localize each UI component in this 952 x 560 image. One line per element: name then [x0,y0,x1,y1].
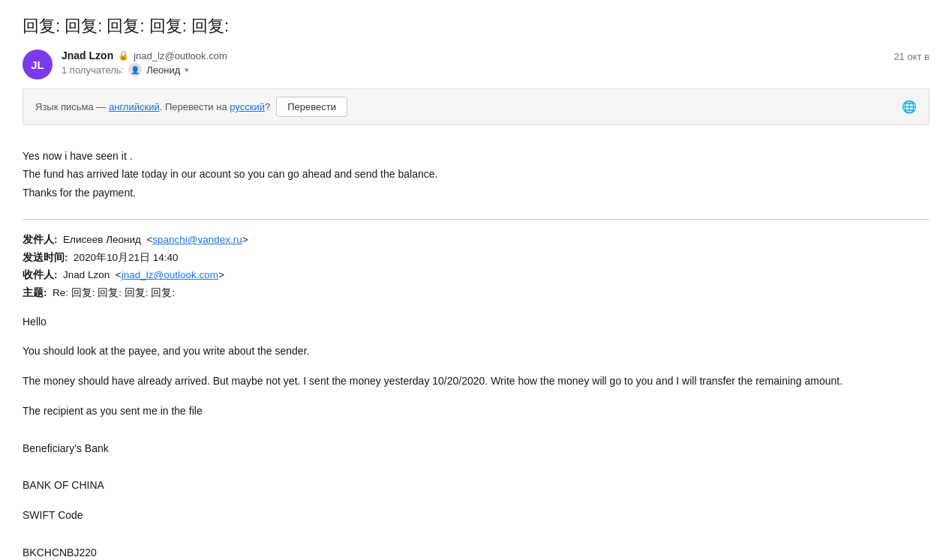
quoted-para4-line1: The recipient as you sent me in the file [23,403,929,421]
recipient-row: 1 получатель: 👤 Леонид ▾ [62,63,227,76]
quoted-para1: Hello [23,313,929,331]
translate-text-middle: . Перевести на [160,101,230,112]
quoted-subject-value: Re: 回复: 回复: 回复: 回复: [53,287,175,298]
quoted-date-value: 2020年10月21日 14:40 [74,252,179,263]
quoted-swift-value: BKCHCNBJ220 [23,544,929,560]
chevron-down-icon[interactable]: ▾ [185,65,189,75]
translate-bar-text: Язык письма — английский. Перевести на р… [35,101,270,112]
recipient-label: 1 получатель: [62,64,124,76]
body-line1: Yes now i have seen it . [23,148,929,164]
quoted-para4: The recipient as you sent me in the file… [23,403,929,495]
sender-info: Jnad Lzon 🔒 jnad_lz@outlook.com 1 получа… [62,49,227,76]
email-header: JL Jnad Lzon 🔒 jnad_lz@outlook.com 1 пол… [23,49,929,79]
translate-button[interactable]: Перевести [276,97,347,117]
email-body: Yes now i have seen it . The fund has ar… [23,140,929,560]
email-date: 21 окт в [893,51,929,62]
sender-name-row: Jnad Lzon 🔒 jnad_lz@outlook.com [62,49,227,61]
translate-text-after: ? [265,101,270,112]
quoted-to-name: Jnad Lzon [63,269,110,280]
quoted-from: 发件人: Елисеев Леонид <spanchi@yandex.ru> [23,232,929,248]
quoted-body: Hello You should look at the payee, and … [23,313,929,560]
quoted-para4-line3: BANK OF CHINA [23,477,929,495]
translate-service-icon: 🌐 [902,100,917,114]
quoted-to-label: 收件人: [23,269,58,280]
quoted-para4-line2: Beneficiary's Bank [23,440,929,458]
avatar: JL [23,49,53,79]
translate-text-before: Язык письма — [35,101,109,112]
quoted-para3: The money should have already arrived. B… [23,373,929,391]
quoted-para2: You should look at the payee, and you wr… [23,343,929,361]
quoted-date-label: 发送时间: [23,252,68,263]
lang-from-link[interactable]: английский [109,101,160,112]
quoted-swift-label: SWIFT Code [23,507,929,525]
email-header-left: JL Jnad Lzon 🔒 jnad_lz@outlook.com 1 пол… [23,49,227,79]
email-subject: 回复: 回复: 回复: 回复: 回复: [23,15,929,37]
quoted-from-email[interactable]: spanchi@yandex.ru [152,234,242,245]
email-container: 回复: 回复: 回复: 回复: 回复: JL Jnad Lzon 🔒 jnad_… [0,0,952,560]
quoted-para5: SWIFT Code BKCHCNBJ220 [23,507,929,560]
sender-name: Jnad Lzon [62,49,113,61]
sender-email[interactable]: jnad_lz@outlook.com [134,50,227,61]
quoted-to-email[interactable]: jnad_lz@outlook.com [122,269,218,280]
body-line3: Thanks for the payment. [23,184,929,201]
lang-to-link[interactable]: русский [230,101,265,112]
body-line2: The fund has arrived late today in our a… [23,166,929,182]
recipient-avatar-icon: 👤 [128,63,142,76]
translate-bar: Язык письма — английский. Перевести на р… [23,88,929,125]
quoted-date: 发送时间: 2020年10月21日 14:40 [23,250,929,266]
quoted-divider [23,219,929,220]
quoted-to: 收件人: Jnad Lzon <jnad_lz@outlook.com> [23,267,929,283]
quoted-subject: 主题: Re: 回复: 回复: 回复: 回复: [23,285,929,301]
quoted-from-label: 发件人: [23,234,58,245]
recipient-name: Леонид [146,64,180,76]
quoted-from-name: Елисеев Леонид [63,234,141,245]
quoted-subject-label: 主题: [23,287,47,298]
lock-icon: 🔒 [118,50,129,61]
